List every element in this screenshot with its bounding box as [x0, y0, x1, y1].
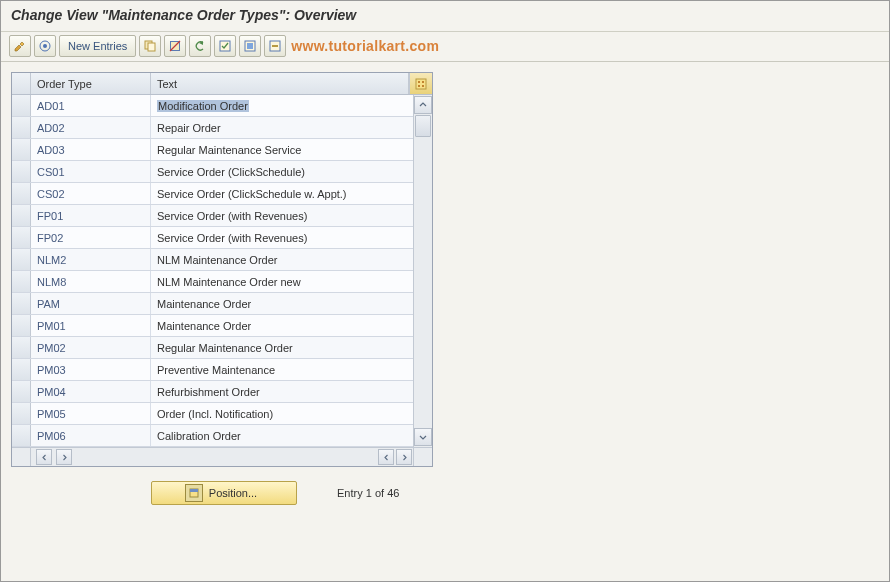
- scroll-track[interactable]: [415, 115, 431, 427]
- cell-order-type[interactable]: AD02: [31, 117, 151, 138]
- new-entries-button[interactable]: New Entries: [59, 35, 136, 57]
- table-settings-icon: [415, 78, 427, 90]
- table-body-wrap: AD01Modification OrderAD02Repair OrderAD…: [12, 95, 432, 447]
- row-selector[interactable]: [12, 337, 31, 358]
- table-row[interactable]: CS02Service Order (ClickSchedule w. Appt…: [12, 183, 413, 205]
- cell-text[interactable]: Modification Order: [151, 95, 413, 116]
- scroll-left-button-2[interactable]: [378, 449, 394, 465]
- svg-rect-3: [148, 43, 155, 51]
- row-selector[interactable]: [12, 359, 31, 380]
- scroll-right-button-2[interactable]: [396, 449, 412, 465]
- cell-text[interactable]: Repair Order: [151, 117, 413, 138]
- table-row[interactable]: PM03Preventive Maintenance: [12, 359, 413, 381]
- cell-text[interactable]: Maintenance Order: [151, 315, 413, 336]
- footer: Position... Entry 1 of 46: [11, 467, 879, 505]
- cell-order-type[interactable]: PM01: [31, 315, 151, 336]
- cell-text[interactable]: Maintenance Order: [151, 293, 413, 314]
- cell-text[interactable]: Preventive Maintenance: [151, 359, 413, 380]
- cell-order-type[interactable]: AD01: [31, 95, 151, 116]
- row-selector[interactable]: [12, 381, 31, 402]
- cell-order-type[interactable]: PM06: [31, 425, 151, 446]
- cell-order-type[interactable]: NLM8: [31, 271, 151, 292]
- cell-order-type[interactable]: PM02: [31, 337, 151, 358]
- row-selector[interactable]: [12, 161, 31, 182]
- row-selector[interactable]: [12, 227, 31, 248]
- cell-text[interactable]: Service Order (ClickSchedule w. Appt.): [151, 183, 413, 204]
- cell-order-type[interactable]: PAM: [31, 293, 151, 314]
- row-selector[interactable]: [12, 95, 31, 116]
- table-row[interactable]: NLM8NLM Maintenance Order new: [12, 271, 413, 293]
- svg-rect-11: [418, 81, 420, 83]
- scroll-right-button-1[interactable]: [56, 449, 72, 465]
- cell-text[interactable]: NLM Maintenance Order: [151, 249, 413, 270]
- column-text[interactable]: Text: [151, 73, 409, 94]
- copy-as-button[interactable]: [139, 35, 161, 57]
- row-selector[interactable]: [12, 117, 31, 138]
- cell-order-type[interactable]: FP01: [31, 205, 151, 226]
- other-view-button[interactable]: [34, 35, 56, 57]
- table-row[interactable]: PM06Calibration Order: [12, 425, 413, 447]
- cell-text[interactable]: Service Order (with Revenues): [151, 227, 413, 248]
- row-selector[interactable]: [12, 183, 31, 204]
- row-selector[interactable]: [12, 271, 31, 292]
- table-row[interactable]: NLM2NLM Maintenance Order: [12, 249, 413, 271]
- toggle-display-change-button[interactable]: [9, 35, 31, 57]
- toolbar: New Entries www.tutorialkart.com: [1, 34, 889, 62]
- delete-button[interactable]: [164, 35, 186, 57]
- table-row[interactable]: PAMMaintenance Order: [12, 293, 413, 315]
- table-row[interactable]: PM05Order (Incl. Notification): [12, 403, 413, 425]
- svg-rect-13: [418, 85, 420, 87]
- cell-order-type[interactable]: FP02: [31, 227, 151, 248]
- table-row[interactable]: PM01Maintenance Order: [12, 315, 413, 337]
- cell-order-type[interactable]: NLM2: [31, 249, 151, 270]
- row-selector-header[interactable]: [12, 73, 31, 94]
- cell-text[interactable]: Refurbishment Order: [151, 381, 413, 402]
- cell-text[interactable]: Calibration Order: [151, 425, 413, 446]
- row-selector[interactable]: [12, 293, 31, 314]
- row-selector[interactable]: [12, 249, 31, 270]
- table-row[interactable]: FP02Service Order (with Revenues): [12, 227, 413, 249]
- table-row[interactable]: CS01Service Order (ClickSchedule): [12, 161, 413, 183]
- undo-button[interactable]: [189, 35, 211, 57]
- row-selector[interactable]: [12, 139, 31, 160]
- scroll-down-button[interactable]: [414, 428, 432, 446]
- cell-text[interactable]: Regular Maintenance Order: [151, 337, 413, 358]
- table-row[interactable]: PM02Regular Maintenance Order: [12, 337, 413, 359]
- cell-text[interactable]: Service Order (ClickSchedule): [151, 161, 413, 182]
- row-selector[interactable]: [12, 315, 31, 336]
- cell-text[interactable]: Service Order (with Revenues): [151, 205, 413, 226]
- table-row[interactable]: AD01Modification Order: [12, 95, 413, 117]
- column-order-type[interactable]: Order Type: [31, 73, 151, 94]
- position-icon: [185, 484, 203, 502]
- cell-order-type[interactable]: CS02: [31, 183, 151, 204]
- position-button-label: Position...: [209, 487, 257, 499]
- watermark: www.tutorialkart.com: [291, 38, 439, 54]
- cell-text[interactable]: Regular Maintenance Service: [151, 139, 413, 160]
- table-row[interactable]: PM04Refurbishment Order: [12, 381, 413, 403]
- vertical-scrollbar[interactable]: [413, 95, 432, 447]
- cell-order-type[interactable]: PM05: [31, 403, 151, 424]
- scroll-up-button[interactable]: [414, 96, 432, 114]
- scroll-thumb[interactable]: [415, 115, 431, 137]
- row-selector[interactable]: [12, 205, 31, 226]
- row-selector[interactable]: [12, 425, 31, 446]
- cell-order-type[interactable]: CS01: [31, 161, 151, 182]
- table-row[interactable]: AD03Regular Maintenance Service: [12, 139, 413, 161]
- cell-order-type[interactable]: AD03: [31, 139, 151, 160]
- table-settings-button[interactable]: [409, 73, 432, 94]
- cell-order-type[interactable]: PM04: [31, 381, 151, 402]
- deselect-all-button[interactable]: [264, 35, 286, 57]
- cell-text[interactable]: NLM Maintenance Order new: [151, 271, 413, 292]
- select-all-button[interactable]: [214, 35, 236, 57]
- svg-rect-12: [422, 81, 424, 83]
- table-row[interactable]: AD02Repair Order: [12, 117, 413, 139]
- select-block-button[interactable]: [239, 35, 261, 57]
- scroll-left-button-1[interactable]: [36, 449, 52, 465]
- cell-text[interactable]: Order (Incl. Notification): [151, 403, 413, 424]
- horizontal-scrollbar[interactable]: [12, 447, 432, 466]
- chevron-left-icon: [383, 454, 390, 461]
- cell-order-type[interactable]: PM03: [31, 359, 151, 380]
- position-button[interactable]: Position...: [151, 481, 297, 505]
- row-selector[interactable]: [12, 403, 31, 424]
- table-row[interactable]: FP01Service Order (with Revenues): [12, 205, 413, 227]
